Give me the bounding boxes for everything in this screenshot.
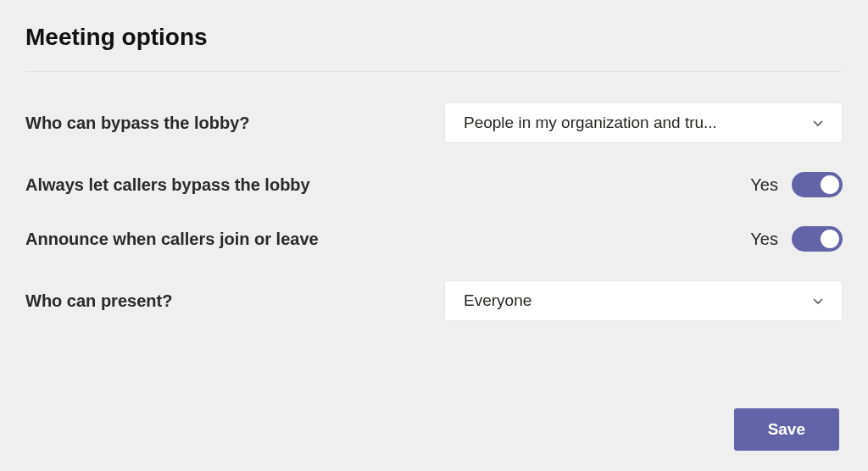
save-button[interactable]: Save bbox=[734, 408, 839, 451]
bypass-lobby-dropdown[interactable]: People in my organization and tru... bbox=[444, 103, 843, 143]
always-bypass-label: Always let callers bypass the lobby bbox=[25, 175, 310, 195]
toggle-knob bbox=[821, 230, 839, 248]
bypass-lobby-dropdown-value: People in my organization and tru... bbox=[464, 114, 717, 132]
announce-callers-label: Announce when callers join or leave bbox=[25, 230, 319, 249]
chevron-down-icon bbox=[810, 114, 826, 131]
option-row-announce-callers: Announce when callers join or leave Yes bbox=[25, 226, 843, 252]
always-bypass-toggle-value: Yes bbox=[750, 175, 778, 195]
announce-callers-toggle-value: Yes bbox=[750, 230, 778, 249]
always-bypass-toggle-group: Yes bbox=[750, 172, 843, 197]
chevron-down-icon bbox=[810, 292, 826, 309]
who-can-present-dropdown[interactable]: Everyone bbox=[444, 280, 843, 321]
who-can-present-dropdown-value: Everyone bbox=[464, 291, 531, 310]
announce-callers-toggle[interactable] bbox=[792, 226, 843, 252]
option-row-always-bypass: Always let callers bypass the lobby Yes bbox=[25, 172, 843, 197]
bypass-lobby-label: Who can bypass the lobby? bbox=[25, 114, 249, 133]
divider bbox=[25, 71, 843, 72]
option-row-bypass-lobby: Who can bypass the lobby? People in my o… bbox=[25, 103, 843, 143]
announce-callers-toggle-group: Yes bbox=[750, 226, 843, 252]
who-can-present-label: Who can present? bbox=[25, 291, 172, 311]
toggle-knob bbox=[821, 175, 839, 194]
page-title: Meeting options bbox=[25, 24, 843, 51]
always-bypass-toggle[interactable] bbox=[792, 172, 843, 197]
option-row-who-can-present: Who can present? Everyone bbox=[25, 280, 843, 321]
